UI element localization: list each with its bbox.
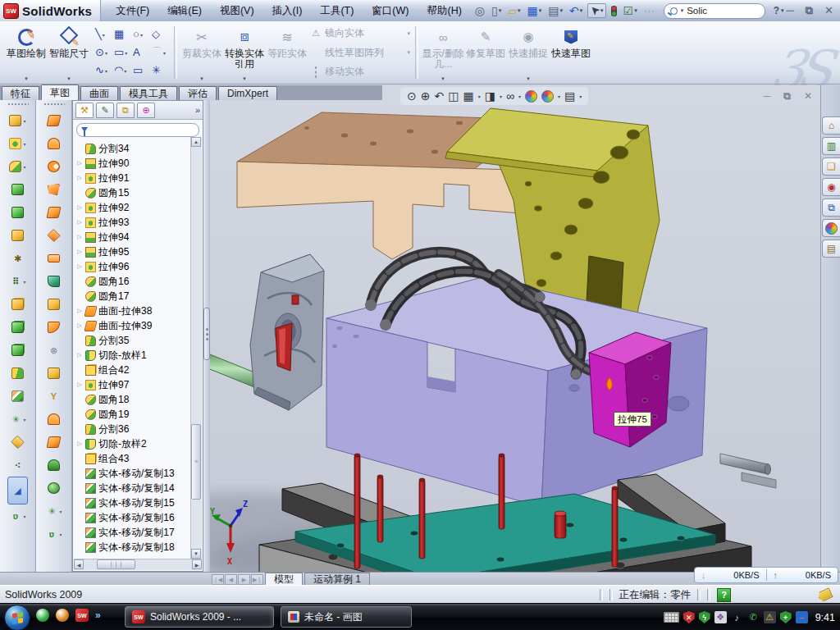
tab-motion-study[interactable]: 运动算例 1 [304, 573, 370, 586]
mirror-feature-button[interactable] [11, 316, 24, 339]
tree-item[interactable]: 圆角18 [76, 392, 203, 407]
zoom-to-area-icon[interactable]: ⊕ [421, 89, 431, 103]
property-manager-icon[interactable]: ✎ [96, 103, 114, 118]
dropdown-caret-icon[interactable]: ▾ [558, 94, 560, 99]
tree-item[interactable]: ▷拉伸94 [76, 230, 203, 244]
polygon-button[interactable]: ◇ [150, 25, 167, 43]
swept-surface-button[interactable] [48, 109, 60, 132]
spline-curve-button[interactable]: ʋ▾ [9, 504, 25, 527]
graphics-area[interactable]: Y Z X ⊙⊕↶◫▦▾◨▾∞▾▾▤▾ ─ ⧉ ✕ 拉伸75 [210, 85, 820, 572]
rebuild-button[interactable] [609, 5, 619, 17]
quick-launch-overflow-icon[interactable]: » [95, 609, 101, 621]
tooling-split-button[interactable] [48, 454, 60, 477]
reference-axis-button[interactable]: ⁖ [11, 454, 24, 477]
new-document-button[interactable]: ▯▾ [490, 4, 503, 17]
appearances-tab[interactable] [822, 219, 840, 237]
search-box[interactable]: ▾ Solic [664, 3, 765, 19]
move-copy-body-button[interactable] [11, 385, 24, 408]
extruded-cut-button[interactable]: ▾ [9, 132, 25, 155]
offset-surface-button[interactable] [48, 224, 60, 247]
view-setting-icon[interactable]: ▤ [564, 89, 575, 103]
lofted-boss-button[interactable] [11, 178, 24, 201]
keyboard-icon[interactable] [664, 612, 679, 623]
print-button[interactable]: ▤▾ [546, 4, 564, 17]
linear-pattern-button[interactable]: ⠿▾ [9, 270, 25, 293]
quick-tips-icon[interactable]: ? [717, 588, 731, 602]
close-button[interactable]: ✕ [824, 4, 833, 17]
select-button[interactable]: ➤▾ [587, 3, 605, 18]
dropdown-caret-icon[interactable]: ▾ [105, 50, 107, 56]
replace-face-button[interactable] [48, 362, 60, 385]
tree-item[interactable]: 实体-移动/复制14 [76, 481, 203, 495]
previous-view-icon[interactable]: ↶ [434, 89, 444, 103]
phone-icon[interactable]: ✆ [747, 611, 760, 623]
custom-properties-tab[interactable]: ▤ [822, 240, 840, 258]
rib-button[interactable] [11, 293, 24, 316]
parting-surface-button[interactable] [48, 408, 60, 431]
lasso-button[interactable]: ▦ [112, 25, 130, 43]
rectangle-button[interactable]: ▭▾ [112, 43, 130, 62]
delete-face-button[interactable]: ⊗ [48, 339, 60, 362]
tree-item[interactable]: ▷切除-放样2 [76, 436, 203, 451]
dropdown-caret-icon[interactable]: ▾ [518, 7, 521, 14]
undo-button[interactable]: ↶▾ [568, 4, 584, 17]
tree-item[interactable]: ▷拉伸96 [76, 259, 203, 274]
expand-arrow-icon[interactable]: ▷ [76, 160, 83, 167]
slot-button[interactable]: ▭ [131, 62, 148, 80]
boundary-surface-button[interactable] [48, 178, 60, 201]
tree-item[interactable]: 实体-移动/复制16 [76, 510, 203, 525]
save-button[interactable]: ▦▾ [526, 4, 544, 17]
tree-item[interactable]: 实体-移动/复制17 [76, 525, 203, 540]
dropdown-caret-icon[interactable]: ▾ [500, 94, 502, 99]
dropdown-caret-icon[interactable]: ▾ [105, 68, 107, 74]
surface-point-button[interactable]: ✳▾ [45, 500, 62, 523]
apply-scene-icon[interactable] [541, 90, 554, 103]
dropdown-caret-icon[interactable]: ▾ [23, 279, 25, 285]
dropdown-caret-icon[interactable]: ▾ [23, 141, 25, 147]
menu-file[interactable]: 文件(F) [116, 4, 149, 18]
tree-item[interactable]: ▷曲面-拉伸38 [76, 304, 203, 318]
tree-item[interactable]: ▷拉伸91 [76, 171, 203, 185]
view-palette-tab[interactable]: ⧉ [822, 199, 840, 217]
solidworks-resources-tab[interactable]: ⌂ [822, 116, 840, 135]
antivirus-launcher-icon[interactable] [56, 609, 69, 622]
vertical-scroll-thumb[interactable]: ≡ [191, 424, 201, 500]
tree-item[interactable]: 圆角17 [76, 289, 203, 304]
tree-item[interactable]: ▷拉伸93 [76, 215, 203, 230]
knit-surface-button[interactable] [48, 293, 60, 316]
menu-view[interactable]: 视图(V) [220, 4, 254, 18]
messenger-icon[interactable] [36, 609, 49, 622]
extruded-surface-button[interactable] [48, 155, 60, 178]
reference-point-button[interactable]: ✳▾ [9, 408, 25, 431]
tree-vertical-scrollbar[interactable]: ▲ ≡ ▼ [190, 137, 202, 559]
dropdown-caret-icon[interactable]: ▾ [539, 7, 542, 14]
tab-sketch[interactable]: 草图 [41, 84, 79, 100]
splitter-handle[interactable] [203, 308, 210, 360]
dropdown-caret-icon[interactable]: ▾ [103, 32, 105, 38]
next-tab-icon[interactable]: ▶ [238, 574, 250, 585]
tree-item[interactable]: 实体-移动/复制13 [76, 466, 203, 481]
reference-plane-button[interactable] [11, 431, 24, 454]
scroll-up-icon[interactable]: ▲ [191, 137, 201, 147]
dimxpert-manager-icon[interactable]: ⊕ [137, 103, 155, 118]
expand-arrow-icon[interactable]: ▷ [76, 175, 83, 181]
certificate-icon[interactable]: ❖ [714, 611, 727, 623]
dropdown-caret-icon[interactable]: ▾ [634, 7, 637, 14]
zoom-to-fit-icon[interactable]: ⊙ [407, 89, 417, 103]
edit-appearance-icon[interactable] [525, 90, 537, 103]
tree-item[interactable]: ▷拉伸97 [76, 377, 203, 392]
tree-item[interactable]: 分割34 [76, 141, 203, 156]
expand-arrow-icon[interactable]: ▷ [76, 322, 83, 329]
pin-button[interactable]: ◎ [473, 4, 486, 17]
dropdown-caret-icon[interactable]: ▾ [140, 32, 143, 38]
taskbar-button-paint[interactable]: 未命名 - 画图 [281, 606, 412, 628]
dropdown-caret-icon[interactable]: ▾ [59, 532, 62, 537]
open-button[interactable]: ▱▾ [506, 4, 522, 17]
expand-arrow-icon[interactable]: ▷ [76, 263, 83, 270]
part-gray-slide-block[interactable] [250, 254, 324, 410]
scroll-down-icon[interactable]: ▼ [191, 549, 201, 559]
tree-item[interactable]: ▷曲面-拉伸39 [76, 318, 203, 333]
circle-button[interactable]: ⊙▾ [94, 43, 111, 62]
tree-item[interactable]: 组合43 [76, 451, 203, 466]
expand-arrow-icon[interactable]: ▷ [76, 249, 83, 255]
